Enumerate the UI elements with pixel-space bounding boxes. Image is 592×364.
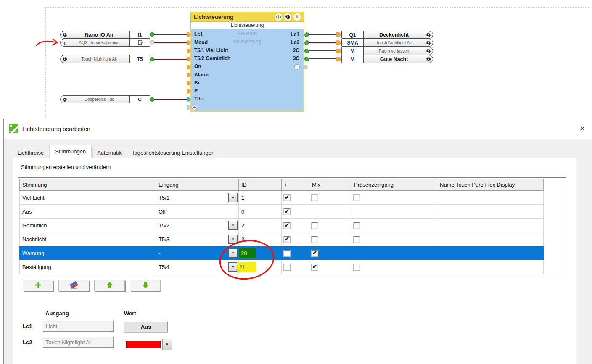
gear-icon[interactable] [424, 31, 433, 38]
cell-id[interactable]: 20 [239, 246, 282, 260]
cell-eingang[interactable]: T5/4▼ [156, 260, 239, 274]
cell-id[interactable]: 2 [239, 219, 282, 232]
table-row-warnung[interactable]: Warnung-▼20✔ [19, 246, 544, 260]
function-block-lichtsteuerung[interactable]: Lichtsteuerung i Lichtsteuerung EG Büro … [190, 12, 304, 112]
cell-praesenz[interactable] [352, 219, 437, 232]
lc1-ausgang-field[interactable]: Licht [43, 321, 114, 332]
cell-stimmung[interactable]: Bestätigung [19, 260, 156, 274]
plus-checkbox[interactable]: ✔ [284, 195, 290, 201]
cell-plus[interactable] [282, 246, 309, 260]
cell-id[interactable]: 0 [239, 205, 282, 218]
tab-tageslichtsteuerung-einstellungen[interactable]: Tageslichtsteuerung Einstellungen [127, 148, 219, 158]
cell-name[interactable] [437, 246, 544, 260]
gear-icon[interactable] [424, 47, 433, 55]
praesenz-checkbox[interactable] [354, 222, 360, 229]
cell-plus[interactable]: ✔ [282, 219, 309, 232]
cell-name[interactable] [437, 219, 544, 232]
plus-checkbox[interactable] [284, 264, 290, 270]
cell-id[interactable]: 21 [239, 260, 282, 274]
cell-plus[interactable]: ✔ [282, 205, 309, 218]
source-block-touch-nightlight-air[interactable]: Touch Nightlight AirT5 [60, 55, 150, 63]
column-header-präsenzeingang[interactable]: Präsenzeingang [352, 179, 437, 190]
column-header-[interactable]: + [282, 179, 309, 190]
cell-mix[interactable]: ✔ [309, 246, 352, 260]
source-block-aq2-scharfschaltung[interactable]: iAQ2: Scharfschaltung [60, 39, 150, 47]
tab-automatik[interactable]: Automatik [92, 148, 126, 158]
arrow-down-button[interactable] [130, 280, 161, 291]
plus-checkbox[interactable]: ✔ [284, 208, 290, 215]
cell-name[interactable] [437, 260, 544, 274]
tab-lichtkreise[interactable]: Lichtkreise [13, 148, 48, 158]
cell-eingang[interactable]: Off [156, 205, 239, 218]
block-output-3c[interactable]: 3C [293, 55, 299, 61]
cell-mix[interactable]: ✔ [309, 260, 352, 274]
table-row-nachtlicht[interactable]: NachtlichtT5/3▼3✔ [19, 232, 544, 246]
mix-checkbox[interactable]: ✔ [312, 264, 318, 270]
cell-praesenz[interactable] [352, 205, 437, 218]
table-row-bestätigung[interactable]: BestätigungT5/4▼21✔ [19, 260, 544, 274]
cell-praesenz[interactable] [352, 232, 437, 246]
chevron-down-icon[interactable]: ▼ [162, 339, 172, 350]
cell-eingang[interactable]: -▼ [156, 246, 239, 260]
cell-plus[interactable]: ✔ [282, 232, 309, 246]
tab-stimmungen[interactable]: Stimmungen [49, 145, 92, 158]
eingang-dropdown-button[interactable]: ▼ [228, 262, 238, 272]
cell-stimmung[interactable]: Viel Licht [19, 191, 156, 204]
lc1-wert-button[interactable]: Aus [124, 322, 168, 332]
plus-checkbox[interactable]: ✔ [284, 222, 290, 229]
cell-mix[interactable] [309, 191, 352, 204]
eingang-dropdown-button[interactable]: ▼ [228, 221, 238, 230]
cell-plus[interactable] [282, 260, 309, 274]
cell-name[interactable] [437, 205, 544, 218]
cell-eingang[interactable]: T5/2▼ [156, 219, 239, 232]
plus-checkbox[interactable]: ✔ [284, 236, 290, 243]
gear-icon[interactable] [424, 39, 433, 46]
praesenz-checkbox[interactable] [354, 236, 360, 243]
table-row-viel-licht[interactable]: Viel LichtT5/1▼1✔ [19, 191, 544, 205]
column-header-name-touch-pure-flex-display[interactable]: Name Touch Pure Flex Display [437, 179, 544, 190]
lc2-ausgang-field[interactable]: Touch Nightlight Ai [43, 337, 114, 348]
info-icon[interactable]: i [293, 13, 301, 21]
block-input-tdc[interactable]: Tdc [194, 96, 203, 102]
block-input-t5-1-viel-licht[interactable]: T5/1 Viel Licht [194, 47, 228, 53]
sink-block-touch-nightlight-air[interactable]: SMATouch Nightlight Air [341, 39, 433, 47]
source-block-doppelklick-tdc[interactable]: Doppelklick TdcC [60, 95, 150, 103]
source-block-nano-io-air[interactable]: Nano IO AirI1 [60, 31, 150, 39]
cell-plus[interactable]: ✔ [282, 191, 309, 204]
block-input-lc1[interactable]: Lc1 [194, 32, 203, 37]
cell-stimmung[interactable]: Warnung [19, 246, 156, 260]
move-icon[interactable] [275, 13, 282, 21]
cell-id[interactable]: 1 [239, 191, 282, 204]
gear-icon[interactable] [284, 13, 291, 21]
cell-id[interactable]: 3 [239, 232, 282, 246]
plus-checkbox[interactable] [284, 250, 290, 256]
cell-praesenz[interactable] [352, 260, 437, 274]
mix-checkbox[interactable] [312, 236, 318, 243]
cell-praesenz[interactable] [352, 246, 437, 260]
cell-stimmung[interactable]: Gemütlich [19, 219, 156, 232]
cell-eingang[interactable]: T5/3▼ [156, 232, 239, 246]
block-output-lc2[interactable]: Lc2 [291, 40, 299, 45]
cell-name[interactable] [437, 191, 544, 204]
sink-block-raum-verlassen[interactable]: MRaum verlassen [341, 47, 433, 55]
cell-name[interactable] [437, 232, 544, 246]
block-input-mood[interactable]: Mood [194, 40, 208, 45]
cell-stimmung[interactable]: Nachtlicht [19, 232, 156, 246]
arrow-up-button[interactable] [94, 280, 125, 291]
table-row-gemütlich[interactable]: GemütlichT5/2▼2✔ [19, 219, 544, 232]
cell-mix[interactable] [309, 232, 352, 246]
column-header-mix[interactable]: Mix [309, 179, 352, 190]
eingang-dropdown-button[interactable]: ▼ [228, 193, 238, 202]
mix-checkbox[interactable] [312, 195, 318, 201]
cell-eingang[interactable]: T5/1▼ [156, 191, 239, 204]
block-output-2c[interactable]: 2C [293, 47, 299, 53]
eraser-button[interactable] [58, 280, 89, 291]
block-input-br[interactable]: Br [194, 80, 200, 86]
table-row-aus[interactable]: AusOff0✔ [19, 205, 544, 219]
dialog-titlebar[interactable]: CONFIG Lichtsteuerung bearbeiten ✕ [4, 119, 592, 139]
block-input-p[interactable]: P [194, 88, 198, 94]
gear-icon[interactable] [424, 55, 433, 63]
cell-stimmung[interactable]: Aus [19, 205, 156, 218]
lc2-color-dropdown[interactable]: ▼ [124, 339, 172, 350]
block-input-alarm[interactable]: Alarm [194, 72, 209, 78]
